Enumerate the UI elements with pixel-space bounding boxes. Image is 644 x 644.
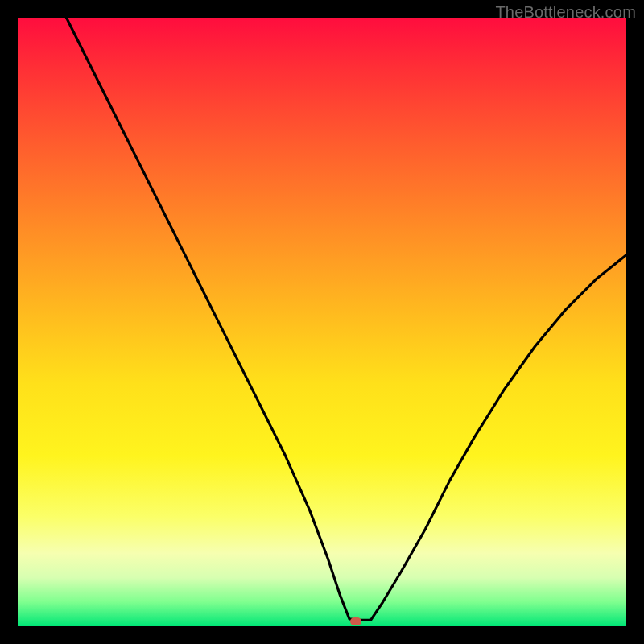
plot-area (18, 18, 626, 626)
min-point-marker (350, 617, 361, 625)
bottleneck-curve (18, 18, 626, 626)
watermark-text: TheBottleneck.com (495, 3, 636, 22)
chart-frame: TheBottleneck.com (0, 0, 644, 644)
